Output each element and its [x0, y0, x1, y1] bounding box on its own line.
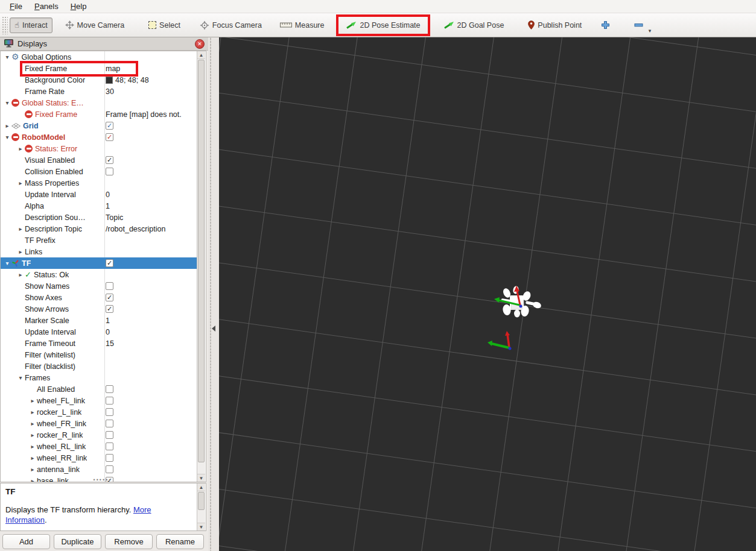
duplicate-button[interactable]: Duplicate: [54, 534, 101, 549]
row-value[interactable]: Frame [map] does not.: [106, 110, 182, 119]
tree-row-status-error[interactable]: ▸Status: Error: [1, 143, 197, 154]
tree-row-tf-prefix[interactable]: TF Prefix: [1, 235, 197, 246]
tree-row-update-interval[interactable]: Update Interval0: [1, 326, 197, 338]
expander-closed-icon[interactable]: ▸: [28, 432, 37, 438]
tool-interact[interactable]: ☝Interact: [10, 17, 52, 33]
tool-move-camera[interactable]: Move Camera: [61, 17, 129, 33]
tree-row-wheel-fl-link[interactable]: ▸wheel_FL_link: [1, 395, 197, 406]
tool-publish-point[interactable]: Publish Point: [524, 17, 586, 33]
tree-row-rocker-l-link[interactable]: ▸rocker_L_link: [1, 406, 197, 418]
expander-closed-icon[interactable]: ▸: [28, 466, 37, 473]
tool-focus-camera[interactable]: Focus Camera: [195, 17, 266, 33]
row-value[interactable]: 15: [106, 339, 114, 348]
checkbox-checked[interactable]: ✓: [106, 122, 113, 130]
collapse-panel-icon[interactable]: [212, 326, 215, 332]
menu-panels[interactable]: Panels: [28, 1, 65, 12]
expander-closed-icon[interactable]: ▸: [28, 409, 37, 415]
tree-row-fixed-frame[interactable]: Fixed Framemap: [1, 63, 197, 74]
expander-closed-icon[interactable]: ▸: [28, 477, 37, 482]
checkbox-checked[interactable]: ✓: [106, 133, 113, 141]
tree-row-description-sou[interactable]: Description Sou…Topic: [1, 212, 197, 223]
tree-row-show-arrows[interactable]: Show Arrows✓: [1, 303, 197, 315]
checkbox-unchecked[interactable]: [106, 408, 113, 416]
tree-row-global-options[interactable]: ▾⚙Global Options: [1, 51, 197, 63]
toolbar-grip[interactable]: [2, 16, 8, 34]
row-value[interactable]: /robot_description: [106, 225, 165, 233]
checkbox-unchecked[interactable]: [106, 168, 113, 175]
tree-row-description-topic[interactable]: ▸Description Topic/robot_description: [1, 223, 197, 235]
tree-row-rocker-r-link[interactable]: ▸rocker_R_link: [1, 429, 197, 441]
checkbox-checked[interactable]: ✓: [106, 305, 113, 313]
tree-row-fixed-frame[interactable]: Fixed FrameFrame [map] does not.: [1, 109, 197, 120]
expander-closed-icon[interactable]: ▸: [28, 455, 37, 461]
color-swatch[interactable]: [106, 77, 113, 84]
tree-row-wheel-rr-link[interactable]: ▸wheel_RR_link: [1, 452, 197, 464]
checkbox-unchecked[interactable]: [106, 385, 113, 393]
checkbox-unchecked[interactable]: [106, 397, 113, 405]
panel-splitter[interactable]: [208, 37, 219, 551]
tree-row-status-ok[interactable]: ▸✓Status: Ok: [1, 269, 197, 280]
row-value[interactable]: 48; 48; 48: [115, 76, 149, 84]
checkbox-checked[interactable]: ✓: [106, 156, 113, 164]
expander-closed-icon[interactable]: ▸: [16, 248, 25, 255]
tool-measure[interactable]: Measure: [276, 18, 329, 33]
expander-closed-icon[interactable]: ▸: [28, 443, 37, 450]
expander-closed-icon[interactable]: ▸: [3, 122, 11, 129]
add-button[interactable]: Add: [2, 534, 50, 549]
panel-resize-grip[interactable]: ••••••: [84, 477, 121, 483]
expander-closed-icon[interactable]: ▸: [16, 180, 25, 186]
expander-closed-icon[interactable]: ▸: [28, 397, 37, 404]
tool-2d-pose-estimate[interactable]: 2D Pose Estimate: [341, 18, 424, 33]
tree-row-update-interval[interactable]: Update Interval0: [1, 189, 197, 200]
tree-row-antenna-link[interactable]: ▸antenna_link: [1, 464, 197, 475]
menu-file[interactable]: File: [4, 1, 28, 12]
expander-closed-icon[interactable]: ▸: [28, 420, 37, 427]
expander-open-icon[interactable]: ▾: [3, 134, 11, 140]
tree-row-alpha[interactable]: Alpha1: [1, 200, 197, 212]
tree-row-frame-timeout[interactable]: Frame Timeout15: [1, 338, 197, 349]
scroll-down-icon[interactable]: ▼: [197, 474, 205, 482]
tree-row-show-names[interactable]: Show Names: [1, 280, 197, 292]
render-viewport[interactable]: [219, 37, 756, 551]
help-panel-scrollbar[interactable]: ▲ ▼: [197, 483, 205, 531]
tool-remove-tool[interactable]: ▾: [630, 17, 647, 33]
tree-row-links[interactable]: ▸Links: [1, 246, 197, 257]
tree-row-mass-properties[interactable]: ▸Mass Properties: [1, 177, 197, 189]
tree-row-frame-rate[interactable]: Frame Rate30: [1, 86, 197, 97]
row-value[interactable]: 30: [106, 87, 114, 96]
tree-row-marker-scale[interactable]: Marker Scale1: [1, 315, 197, 326]
expander-open-icon[interactable]: ▾: [3, 54, 11, 60]
tree-row-wheel-rl-link[interactable]: ▸wheel_RL_link: [1, 441, 197, 452]
expander-open-icon[interactable]: ▾: [3, 99, 11, 106]
checkbox-unchecked[interactable]: [106, 420, 113, 427]
tree-row-robotmodel[interactable]: ▾RobotModel✓: [1, 131, 197, 143]
row-value[interactable]: map: [106, 65, 120, 73]
tree-row-grid[interactable]: ▸Grid✓: [1, 120, 197, 131]
tree-row-filter-blacklist[interactable]: Filter (blacklist): [1, 361, 197, 372]
expander-closed-icon[interactable]: ▸: [16, 145, 25, 152]
row-value[interactable]: 1: [106, 202, 110, 210]
expander-closed-icon[interactable]: ▸: [16, 225, 25, 232]
row-value[interactable]: 0: [106, 190, 110, 199]
tree-row-all-enabled[interactable]: All Enabled: [1, 383, 197, 395]
rename-button[interactable]: Rename: [156, 534, 204, 549]
checkbox-unchecked[interactable]: [106, 454, 113, 462]
remove-button[interactable]: Remove: [105, 534, 153, 549]
row-value[interactable]: Topic: [106, 213, 123, 222]
expander-open-icon[interactable]: ▾: [3, 260, 11, 266]
tree-row-collision-enabled[interactable]: Collision Enabled: [1, 166, 197, 177]
expander-closed-icon[interactable]: ▸: [16, 271, 25, 278]
tool-2d-goal-pose[interactable]: 2D Goal Pose: [439, 18, 509, 33]
checkbox-checked[interactable]: ✓: [106, 294, 113, 301]
tree-row-tf[interactable]: ▾TF✓: [1, 257, 197, 269]
scrollbar-thumb[interactable]: [198, 60, 205, 462]
scroll-up-icon[interactable]: ▲: [197, 51, 205, 59]
menu-help[interactable]: Help: [65, 1, 93, 12]
tree-row-wheel-fr-link[interactable]: ▸wheel_FR_link: [1, 418, 197, 429]
tree-row-global-status-e[interactable]: ▾Global Status: E…: [1, 97, 197, 109]
dropdown-caret-icon[interactable]: ▾: [649, 28, 652, 34]
tree-row-show-axes[interactable]: Show Axes✓: [1, 292, 197, 303]
tree-row-background-color[interactable]: Background Color48; 48; 48: [1, 74, 197, 86]
tree-row-filter-whitelist[interactable]: Filter (whitelist): [1, 349, 197, 361]
tool-add-tool[interactable]: [597, 17, 614, 33]
